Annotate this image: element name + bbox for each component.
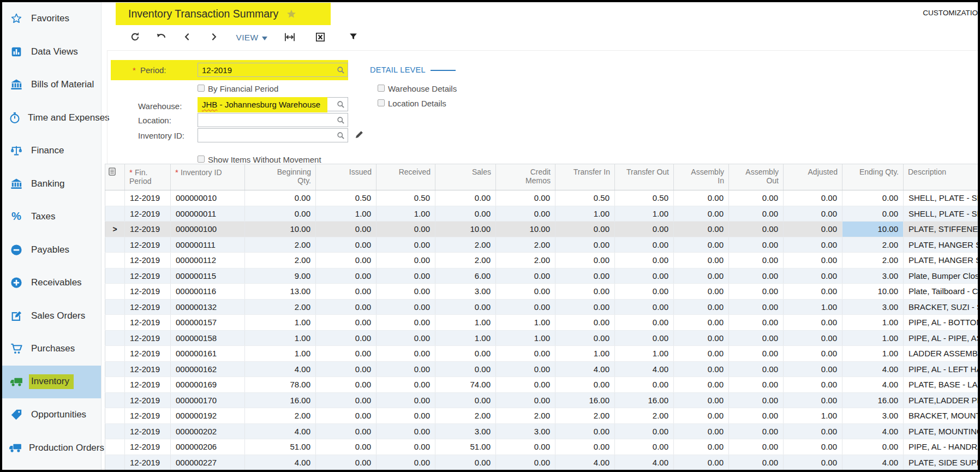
edit-pencil-icon[interactable]	[355, 130, 364, 141]
cell-assembly_out[interactable]: 0.00	[729, 377, 784, 393]
chevron-right-button[interactable]	[202, 28, 225, 47]
cell-sales[interactable]: 0.00	[435, 455, 496, 470]
sidebar-item-bills-of-material[interactable]: Bills of Material	[2, 68, 101, 101]
column-header-beginning[interactable]: Beginning Qty.	[245, 164, 316, 190]
cell-sales[interactable]: 0.00	[435, 361, 496, 377]
cell-description[interactable]: Plate, Tailboard - Ch	[904, 284, 978, 300]
cell-assembly_out[interactable]: 0.00	[729, 330, 784, 346]
cell-credit_memos[interactable]: 2.00	[496, 408, 555, 424]
cell-assembly_in[interactable]: 0.00	[674, 253, 729, 268]
cell-sales[interactable]: 2.00	[435, 237, 496, 253]
table-row[interactable]: 12-20190000000100.000.500.500.000.000.50…	[105, 190, 978, 206]
cell-credit_memos[interactable]: 0.00	[496, 299, 555, 315]
cell-assembly_in[interactable]: 0.00	[674, 237, 729, 253]
cell-ending[interactable]: 3.00	[842, 299, 904, 315]
location-details-checkbox[interactable]	[378, 99, 385, 106]
sidebar-item-payables[interactable]: Payables	[2, 234, 101, 267]
cell-transfer_in[interactable]: 0.00	[555, 377, 615, 393]
table-row[interactable]: 12-201900000011613.000.000.003.000.000.0…	[105, 284, 978, 300]
cell-sales[interactable]: 10.00	[435, 222, 496, 237]
cell-adjusted[interactable]: 0.00	[784, 284, 842, 300]
cell-sales[interactable]: 6.00	[435, 268, 496, 284]
table-row[interactable]: 12-20190000001624.000.000.000.000.004.00…	[105, 361, 978, 377]
cell-beginning[interactable]: 0.00	[245, 206, 316, 222]
cell-sales[interactable]: 0.00	[435, 392, 496, 408]
cell-adjusted[interactable]: 0.00	[784, 268, 842, 284]
cell-ending[interactable]: 4.00	[842, 377, 904, 393]
cell-description[interactable]: Plate, Bumper Closi	[904, 268, 978, 284]
cell-transfer_in[interactable]: 0.00	[555, 330, 615, 346]
cell-transfer_out[interactable]: 0.00	[615, 299, 674, 315]
cell-fin_period[interactable]: 12-2019	[125, 423, 171, 439]
cell-transfer_out[interactable]: 4.00	[615, 361, 674, 377]
cell-ending[interactable]: 0.00	[842, 206, 904, 222]
undo-button[interactable]	[150, 28, 172, 47]
cell-ending[interactable]: 0.00	[842, 439, 904, 455]
cell-assembly_in[interactable]: 0.00	[674, 408, 729, 424]
cell-description[interactable]: PLATE,LADDER PL	[904, 392, 978, 408]
cell-transfer_in[interactable]: 1.00	[555, 206, 615, 222]
cell-transfer_in[interactable]: 0.00	[555, 253, 615, 268]
cell-adjusted[interactable]: 1.00	[784, 408, 842, 424]
cell-ending[interactable]: 16.00	[842, 392, 904, 408]
cell-fin_period[interactable]: 12-2019	[125, 222, 171, 237]
sidebar-item-inventory[interactable]: Inventory	[2, 366, 101, 399]
cell-transfer_in[interactable]: 0.00	[555, 284, 615, 300]
period-input[interactable]: 12-2019	[198, 63, 348, 77]
cell-transfer_out[interactable]: 0.00	[615, 439, 674, 455]
sidebar-item-favorites[interactable]: Favorites	[2, 2, 101, 35]
cell-ending[interactable]: 1.00	[842, 315, 904, 331]
cell-assembly_in[interactable]: 0.00	[674, 330, 729, 346]
table-row[interactable]: 12-201900000016978.000.000.0074.000.000.…	[105, 377, 978, 393]
column-header-credit_memos[interactable]: Credit Memos	[496, 164, 555, 190]
cell-transfer_out[interactable]: 0.00	[615, 284, 674, 300]
cell-issued[interactable]: 0.00	[316, 222, 377, 237]
by-financial-period-checkbox[interactable]	[198, 85, 205, 92]
cell-credit_memos[interactable]: 0.00	[496, 284, 555, 300]
row-selector-cell[interactable]	[105, 237, 125, 253]
table-row[interactable]: 12-20190000001322.000.000.000.000.000.00…	[105, 299, 978, 315]
cell-description[interactable]: PLATE, SIDE SUPP	[904, 455, 978, 470]
cell-received[interactable]: 0.00	[377, 439, 435, 455]
row-selector-cell[interactable]	[105, 284, 125, 300]
cell-received[interactable]: 0.50	[377, 190, 435, 206]
cell-sales[interactable]: 3.00	[435, 284, 496, 300]
cell-fin_period[interactable]: 12-2019	[125, 268, 171, 284]
cell-assembly_in[interactable]: 0.00	[674, 284, 729, 300]
cell-transfer_in[interactable]: 0.50	[555, 190, 615, 206]
cell-sales[interactable]: 1.00	[435, 315, 496, 331]
sidebar-item-opportunities[interactable]: Opportunities	[2, 398, 101, 432]
sidebar-item-banking[interactable]: Banking	[2, 168, 101, 201]
cell-description[interactable]: BRACKET, MOUNT	[904, 408, 978, 424]
cell-adjusted[interactable]: 0.00	[784, 222, 842, 237]
cell-assembly_in[interactable]: 0.00	[674, 392, 729, 408]
row-selector-cell[interactable]	[105, 253, 125, 268]
cell-fin_period[interactable]: 12-2019	[125, 284, 171, 300]
cell-credit_memos[interactable]: 2.00	[496, 253, 555, 268]
cell-adjusted[interactable]: 0.00	[784, 361, 842, 377]
cell-inventory_id[interactable]: 000000011	[171, 206, 245, 222]
cell-beginning[interactable]: 10.00	[245, 222, 316, 237]
column-header-fin_period[interactable]: * Fin. Period	[125, 164, 171, 190]
cell-received[interactable]: 0.00	[377, 237, 435, 253]
cell-issued[interactable]: 1.00	[316, 206, 377, 222]
cell-fin_period[interactable]: 12-2019	[125, 408, 171, 424]
column-header-received[interactable]: Received	[377, 164, 435, 190]
sidebar-item-taxes[interactable]: %Taxes	[2, 200, 101, 234]
chevron-left-button[interactable]	[176, 28, 199, 47]
cell-ending[interactable]: 2.00	[842, 237, 904, 253]
cell-transfer_in[interactable]: 4.00	[555, 361, 615, 377]
cell-received[interactable]: 0.00	[377, 253, 435, 268]
table-row[interactable]: 12-20190000001112.000.000.002.002.000.00…	[105, 237, 978, 253]
cell-transfer_in[interactable]: 0.00	[555, 268, 615, 284]
cell-issued[interactable]: 0.00	[316, 361, 377, 377]
cell-fin_period[interactable]: 12-2019	[125, 206, 171, 222]
column-header-transfer_out[interactable]: Transfer Out	[615, 164, 674, 190]
cell-issued[interactable]: 0.00	[316, 330, 377, 346]
cell-assembly_in[interactable]: 0.00	[674, 190, 729, 206]
cell-adjusted[interactable]: 0.00	[784, 237, 842, 253]
cell-adjusted[interactable]: 0.00	[784, 315, 842, 331]
cell-beginning[interactable]: 2.00	[245, 253, 316, 268]
cell-description[interactable]: PLATE, HANGER S	[904, 253, 978, 268]
cell-ending[interactable]: 1.00	[842, 330, 904, 346]
